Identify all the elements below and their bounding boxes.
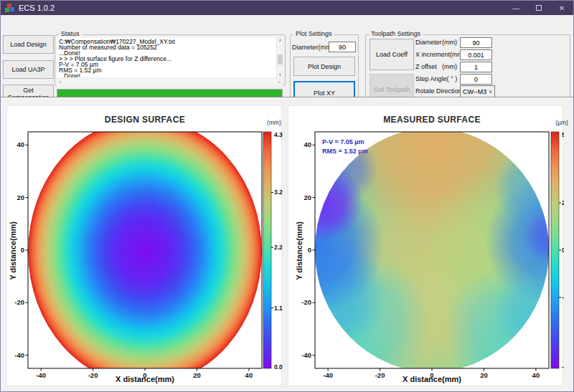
toolpath-settings-label: Toolpath Settings xyxy=(369,30,423,38)
step-angle-input[interactable] xyxy=(460,74,492,85)
measured-plot-title: MEASURED SURFACE xyxy=(324,115,540,125)
chevron-down-icon: ∨ xyxy=(489,89,492,95)
x-increment-input[interactable] xyxy=(460,49,492,60)
svg-text:0.0: 0.0 xyxy=(274,363,283,371)
svg-text:-5: -5 xyxy=(562,363,564,371)
svg-text:-40: -40 xyxy=(36,371,46,379)
step-angle-label: Step Angle( ° ) xyxy=(415,75,457,82)
measured-xaxis-label: X distance(mm) xyxy=(360,375,504,383)
titlebar[interactable]: ECS 1.0.2 — ✕ xyxy=(1,1,573,15)
measured-stats-annotation: P-V = 7.05 µm RMS = 1.52 µm xyxy=(322,138,367,156)
svg-text:-40: -40 xyxy=(323,371,333,379)
close-button[interactable]: ✕ xyxy=(550,1,573,15)
measured-surface-panel: MEASURED SURFACE (µm) 520-2-5-40-2002040… xyxy=(288,105,563,386)
status-vertical-scrollbar[interactable]: ∧ ∨ xyxy=(276,37,283,77)
maximize-icon xyxy=(536,5,542,11)
svg-text:40: 40 xyxy=(17,140,24,148)
app-window: ECS 1.0.2 — ✕ Load Design Load UA3P Get … xyxy=(0,0,574,392)
maximize-button[interactable] xyxy=(527,1,550,15)
svg-text:2: 2 xyxy=(562,199,564,206)
status-line: Number of measured data = 105252 xyxy=(59,44,276,50)
scroll-up-icon[interactable]: ∧ xyxy=(277,37,283,43)
design-surface-panel: DESIGN SURFACE (mm) 4.33.22.21.10.0-40-2… xyxy=(6,105,282,386)
design-xaxis-label: X distance(mm) xyxy=(73,375,217,383)
svg-text:40: 40 xyxy=(304,140,311,148)
status-line: RMS = 1.52 µm xyxy=(59,67,276,73)
svg-text:20: 20 xyxy=(17,193,24,201)
svg-text:2.2: 2.2 xyxy=(274,244,283,251)
svg-text:-2: -2 xyxy=(562,294,564,301)
status-horizontal-scrollbar[interactable]: < > xyxy=(57,79,283,85)
scroll-thumb[interactable] xyxy=(278,54,283,64)
status-log[interactable]: C:₩Compensation₩170227_Model_XY.txt Numb… xyxy=(57,37,276,77)
svg-text:-40: -40 xyxy=(14,351,24,359)
svg-text:0: 0 xyxy=(562,247,564,254)
pv-value: P-V = 7.05 µm xyxy=(322,138,367,147)
measured-colorbar-unit: (µm) xyxy=(550,119,574,126)
plot-design-button[interactable]: Plot Design xyxy=(293,57,355,76)
svg-text:4.3: 4.3 xyxy=(274,131,283,138)
load-design-button[interactable]: Load Design xyxy=(3,35,54,54)
svg-text:1.1: 1.1 xyxy=(274,305,283,312)
plot-diameter-label: Diameter(mm) xyxy=(292,44,334,51)
plot-diameter-input[interactable] xyxy=(329,42,356,52)
svg-text:0: 0 xyxy=(308,246,311,254)
svg-text:20: 20 xyxy=(304,193,311,201)
app-icon xyxy=(5,4,14,13)
plot-settings-label: Plot Settings xyxy=(293,30,334,38)
design-colorbar-unit: (mm) xyxy=(262,119,286,126)
z-offset-input[interactable] xyxy=(460,62,492,72)
plots-area: DESIGN SURFACE (mm) 4.33.22.21.10.0-40-2… xyxy=(1,98,573,391)
svg-text:-20: -20 xyxy=(301,298,311,306)
measured-yaxis-label: Y distance(mm) xyxy=(295,211,304,290)
svg-text:5: 5 xyxy=(562,131,564,138)
scroll-left-icon[interactable]: < xyxy=(59,79,62,85)
svg-text:40: 40 xyxy=(245,371,253,379)
svg-text:3.2: 3.2 xyxy=(274,188,283,196)
design-surface-plot: 4.33.22.21.10.0-40-200204040200-20-40 xyxy=(7,106,283,387)
svg-text:-20: -20 xyxy=(14,298,24,306)
load-coeff-button[interactable]: Load Coeff xyxy=(370,39,414,70)
rotate-direction-label: Rotate Direction xyxy=(415,87,457,95)
svg-text:0: 0 xyxy=(21,246,24,254)
svg-text:-40: -40 xyxy=(301,351,311,359)
rotate-direction-select[interactable]: CW--M3 ∨ xyxy=(460,85,495,97)
scroll-down-icon[interactable]: ∨ xyxy=(277,72,283,77)
design-plot-title: DESIGN SURFACE xyxy=(37,115,253,125)
window-title: ECS 1.0.2 xyxy=(19,4,55,12)
load-ua3p-button[interactable]: Load UA3P xyxy=(3,60,54,79)
scroll-right-icon[interactable]: > xyxy=(278,79,281,85)
design-yaxis-label: Y distance(mm) xyxy=(9,211,17,290)
toolpath-diameter-label: Diameter(mm) xyxy=(415,39,457,46)
controls-area: Load Design Load UA3P Get Compensation S… xyxy=(1,15,573,97)
minimize-button[interactable]: — xyxy=(504,1,527,15)
toolpath-diameter-input[interactable] xyxy=(460,37,492,48)
rms-value: RMS = 1.52 µm xyxy=(322,147,367,156)
x-increment-label: X increment(mm) xyxy=(415,51,457,58)
z-offset-label: Z offset(mm) xyxy=(415,63,457,70)
svg-text:40: 40 xyxy=(532,371,540,379)
